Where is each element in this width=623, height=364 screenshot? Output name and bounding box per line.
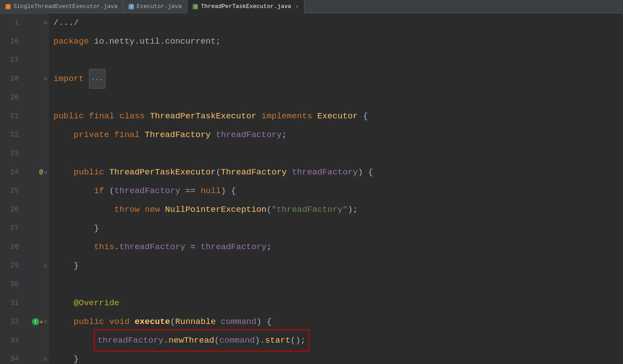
line-num-23: 23 bbox=[0, 144, 22, 163]
code-line-21: public final class ThreadPerTaskExecutor… bbox=[53, 107, 623, 125]
gutter-22 bbox=[27, 125, 49, 144]
line-num-24: 24 bbox=[0, 163, 22, 182]
up-arrow-32: ▲ bbox=[40, 319, 43, 325]
gutter-29: ⊟ bbox=[27, 256, 49, 275]
line-num-20: 20 bbox=[0, 88, 22, 107]
line-num-16: 16 bbox=[0, 32, 22, 51]
code-line-16: package io.netty.util.concurrent; bbox=[53, 32, 623, 51]
code-area: 1 16 17 18 20 21 22 23 24 25 26 27 28 29… bbox=[0, 13, 623, 364]
code-line-26: throw new NullPointerException("threadFa… bbox=[53, 200, 623, 219]
tab-label-2: Executor.java bbox=[137, 3, 182, 10]
code-line-1: /.../ bbox=[53, 13, 623, 32]
line-num-31: 31 bbox=[0, 294, 22, 312]
fold-icon-1[interactable]: ⊞ bbox=[44, 20, 47, 26]
line-num-22: 22 bbox=[0, 125, 22, 144]
tab-thread-per-task[interactable]: J ThreadPerTaskExecutor.java ✕ bbox=[187, 0, 304, 13]
code-line-24: public ThreadPerTaskExecutor(ThreadFacto… bbox=[53, 163, 623, 182]
code-line-30 bbox=[53, 275, 623, 294]
line-num-21: 21 bbox=[0, 107, 22, 125]
gutter-32: ! ▲ ⊟ bbox=[27, 312, 49, 331]
code-line-29: } bbox=[53, 256, 623, 275]
java-icon-1: J bbox=[5, 4, 11, 9]
line-num-26: 26 bbox=[0, 200, 22, 219]
fold-icon-24[interactable]: ⊟ bbox=[44, 169, 47, 176]
line-num-29: 29 bbox=[0, 256, 22, 275]
java-icon-3: J bbox=[193, 4, 198, 9]
java-icon-2: J bbox=[129, 4, 134, 9]
gutter-17 bbox=[27, 51, 49, 69]
code-line-18: import ... bbox=[53, 69, 623, 88]
line-num-1: 1 bbox=[0, 13, 22, 32]
gutter-24: @ ⊟ bbox=[27, 163, 49, 182]
line-num-33: 33 bbox=[0, 331, 22, 350]
gutter-20 bbox=[27, 88, 49, 107]
code-line-33: threadFactory.newThread(command).start()… bbox=[53, 331, 623, 350]
line-num-30: 30 bbox=[0, 275, 22, 294]
fold-icon-18[interactable]: ⊞ bbox=[44, 76, 47, 82]
warning-icon-32: ! bbox=[32, 318, 39, 325]
code-line-25: if (threadFactory == null) { bbox=[53, 182, 623, 200]
line-num-32: 32 bbox=[0, 312, 22, 331]
gutter-26 bbox=[27, 200, 49, 219]
gutter-31 bbox=[27, 294, 49, 312]
gutter-18: ⊞ bbox=[27, 69, 49, 88]
gutter-28 bbox=[27, 238, 49, 256]
tab-label-3: ThreadPerTaskExecutor.java bbox=[201, 3, 291, 10]
tab-bar: J SingleThreadEventExecutor.java J Execu… bbox=[0, 0, 623, 13]
line-num-28: 28 bbox=[0, 238, 22, 256]
gutter-23 bbox=[27, 144, 49, 163]
fold-icon-29[interactable]: ⊟ bbox=[44, 263, 47, 269]
code-line-22: private final ThreadFactory threadFactor… bbox=[53, 125, 623, 144]
gutter: ⊞ ⊞ @ ⊟ ⊟ bbox=[27, 13, 49, 364]
gutter-33 bbox=[27, 331, 49, 350]
code-line-27: } bbox=[53, 219, 623, 238]
line-num-27: 27 bbox=[0, 219, 22, 238]
gutter-25 bbox=[27, 182, 49, 200]
tab-label-1: SingleThreadEventExecutor.java bbox=[13, 3, 117, 10]
code-line-34: } bbox=[53, 350, 623, 364]
gutter-21 bbox=[27, 107, 49, 125]
gutter-30 bbox=[27, 275, 49, 294]
code-line-31: @Override bbox=[53, 294, 623, 312]
line-num-17: 17 bbox=[0, 51, 22, 69]
code-line-20 bbox=[53, 88, 623, 107]
line-numbers: 1 16 17 18 20 21 22 23 24 25 26 27 28 29… bbox=[0, 13, 27, 364]
code-line-28: this.threadFactory = threadFactory; bbox=[53, 238, 623, 256]
gutter-16 bbox=[27, 32, 49, 51]
line-num-25: 25 bbox=[0, 182, 22, 200]
tab-executor[interactable]: J Executor.java bbox=[123, 0, 187, 13]
line-num-34: 34 bbox=[0, 350, 22, 364]
fold-icon-34[interactable]: ⊟ bbox=[44, 356, 47, 363]
tab-single-thread[interactable]: J SingleThreadEventExecutor.java bbox=[0, 0, 123, 13]
at-icon-24: @ bbox=[39, 169, 43, 176]
gutter-27 bbox=[27, 219, 49, 238]
code-line-23 bbox=[53, 144, 623, 163]
code-line-32: public void execute(Runnable command) { bbox=[53, 312, 623, 331]
gutter-34: ⊟ bbox=[27, 350, 49, 364]
line-num-18: 18 bbox=[0, 69, 22, 88]
close-icon[interactable]: ✕ bbox=[295, 4, 299, 9]
gutter-1: ⊞ bbox=[27, 13, 49, 32]
fold-icon-32[interactable]: ⊟ bbox=[44, 319, 47, 325]
code-content: /.../ package io.netty.util.concurrent; … bbox=[49, 13, 623, 364]
code-line-17 bbox=[53, 51, 623, 69]
